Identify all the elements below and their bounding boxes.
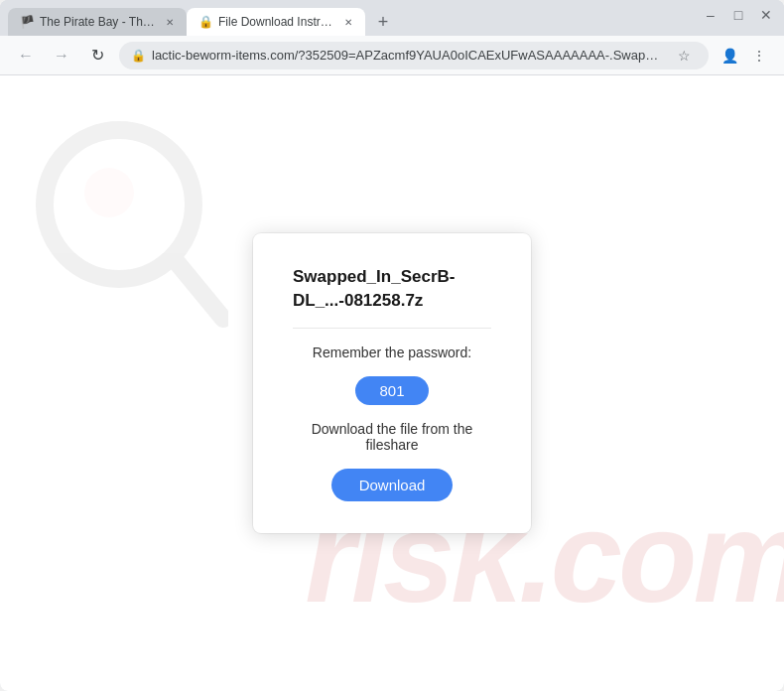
window-controls: – □ ✕ [701,5,776,31]
divider [293,328,491,329]
address-input[interactable]: 🔒 lactic-beworm-items.com/?352509=APZacm… [119,42,709,69]
bookmark-icon[interactable]: ☆ [671,43,697,69]
maximize-button[interactable]: □ [728,5,748,25]
chrome-window: 🏴 The Pirate Bay - The galaxy's m... ✕ 🔒… [0,0,784,691]
refresh-button[interactable]: ↻ [83,42,111,69]
back-button[interactable]: ← [12,42,40,69]
tab-piratebay[interactable]: 🏴 The Pirate Bay - The galaxy's m... ✕ [8,8,187,36]
download-card: Swapped_In_SecrB-DL_...-081258.7z Rememb… [253,233,531,534]
new-tab-button[interactable]: + [369,8,397,36]
download-button[interactable]: Download [331,469,454,501]
minimize-button[interactable]: – [701,5,720,25]
menu-icon[interactable]: ⋮ [746,43,772,69]
forward-button[interactable]: → [48,42,75,69]
password-badge: 801 [355,376,428,405]
file-title: Swapped_In_SecrB-DL_...-081258.7z [293,265,491,313]
title-bar: 🏴 The Pirate Bay - The galaxy's m... ✕ 🔒… [0,0,784,36]
tab-filedownload[interactable]: 🔒 File Download Instructions for ... ✕ [187,8,365,36]
tab-close-2[interactable]: ✕ [342,14,353,30]
url-text: lactic-beworm-items.com/?352509=APZacmf9… [152,48,665,63]
page-content: risk.com Swapped_In_SecrB-DL_...-081258.… [0,75,784,691]
tab-bar: 🏴 The Pirate Bay - The galaxy's m... ✕ 🔒… [8,0,693,36]
card-container: Swapped_In_SecrB-DL_...-081258.7z Rememb… [0,75,784,691]
tab-close-1[interactable]: ✕ [165,14,175,30]
lock-icon: 🔒 [131,49,146,63]
tab-favicon-2: 🔒 [198,15,212,29]
download-instructions: Download the file from the fileshare [293,421,491,453]
address-bar: ← → ↻ 🔒 lactic-beworm-items.com/?352509=… [0,36,784,75]
password-label: Remember the password: [313,345,471,360]
tab-favicon-1: 🏴 [20,15,34,29]
tab-label-1: The Pirate Bay - The galaxy's m... [40,15,157,29]
tab-label-2: File Download Instructions for ... [218,15,334,29]
profile-icon[interactable]: 👤 [717,43,742,69]
close-button[interactable]: ✕ [756,5,776,25]
